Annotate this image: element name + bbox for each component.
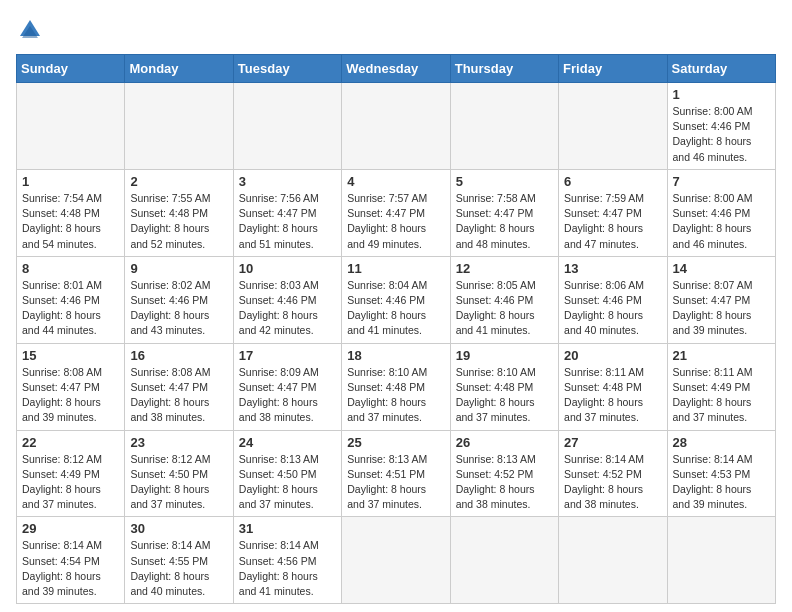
day-info: Sunrise: 7:59 AM Sunset: 4:47 PM Dayligh… bbox=[564, 191, 661, 252]
day-info: Sunrise: 8:11 AM Sunset: 4:49 PM Dayligh… bbox=[673, 365, 770, 426]
day-number: 4 bbox=[347, 174, 444, 189]
day-info: Sunrise: 8:13 AM Sunset: 4:52 PM Dayligh… bbox=[456, 452, 553, 513]
calendar-cell bbox=[559, 83, 667, 170]
day-info: Sunrise: 8:13 AM Sunset: 4:51 PM Dayligh… bbox=[347, 452, 444, 513]
calendar-cell: 31 Sunrise: 8:14 AM Sunset: 4:56 PM Dayl… bbox=[233, 517, 341, 604]
day-info: Sunrise: 8:08 AM Sunset: 4:47 PM Dayligh… bbox=[130, 365, 227, 426]
calendar-cell bbox=[233, 83, 341, 170]
day-number: 2 bbox=[130, 174, 227, 189]
day-info: Sunrise: 7:58 AM Sunset: 4:47 PM Dayligh… bbox=[456, 191, 553, 252]
day-number: 9 bbox=[130, 261, 227, 276]
logo bbox=[16, 16, 48, 44]
day-number: 29 bbox=[22, 521, 119, 536]
day-number: 28 bbox=[673, 435, 770, 450]
weekday-header-sunday: Sunday bbox=[17, 55, 125, 83]
calendar-cell: 10 Sunrise: 8:03 AM Sunset: 4:46 PM Dayl… bbox=[233, 256, 341, 343]
day-info: Sunrise: 8:02 AM Sunset: 4:46 PM Dayligh… bbox=[130, 278, 227, 339]
day-info: Sunrise: 8:00 AM Sunset: 4:46 PM Dayligh… bbox=[673, 191, 770, 252]
weekday-header-friday: Friday bbox=[559, 55, 667, 83]
day-info: Sunrise: 8:12 AM Sunset: 4:50 PM Dayligh… bbox=[130, 452, 227, 513]
calendar-cell: 30 Sunrise: 8:14 AM Sunset: 4:55 PM Dayl… bbox=[125, 517, 233, 604]
day-number: 13 bbox=[564, 261, 661, 276]
day-info: Sunrise: 8:14 AM Sunset: 4:52 PM Dayligh… bbox=[564, 452, 661, 513]
day-info: Sunrise: 8:01 AM Sunset: 4:46 PM Dayligh… bbox=[22, 278, 119, 339]
day-number: 25 bbox=[347, 435, 444, 450]
day-number: 11 bbox=[347, 261, 444, 276]
logo-icon bbox=[16, 16, 44, 44]
day-number: 30 bbox=[130, 521, 227, 536]
day-info: Sunrise: 8:10 AM Sunset: 4:48 PM Dayligh… bbox=[456, 365, 553, 426]
day-info: Sunrise: 8:11 AM Sunset: 4:48 PM Dayligh… bbox=[564, 365, 661, 426]
calendar-week-2: 1 Sunrise: 7:54 AM Sunset: 4:48 PM Dayli… bbox=[17, 169, 776, 256]
day-number: 10 bbox=[239, 261, 336, 276]
weekday-header-tuesday: Tuesday bbox=[233, 55, 341, 83]
calendar-week-6: 29 Sunrise: 8:14 AM Sunset: 4:54 PM Dayl… bbox=[17, 517, 776, 604]
calendar-week-5: 22 Sunrise: 8:12 AM Sunset: 4:49 PM Dayl… bbox=[17, 430, 776, 517]
calendar-cell: 21 Sunrise: 8:11 AM Sunset: 4:49 PM Dayl… bbox=[667, 343, 775, 430]
calendar-cell: 1 Sunrise: 8:00 AM Sunset: 4:46 PM Dayli… bbox=[667, 83, 775, 170]
calendar-cell bbox=[559, 517, 667, 604]
calendar-cell: 15 Sunrise: 8:08 AM Sunset: 4:47 PM Dayl… bbox=[17, 343, 125, 430]
day-number: 5 bbox=[456, 174, 553, 189]
calendar-cell: 9 Sunrise: 8:02 AM Sunset: 4:46 PM Dayli… bbox=[125, 256, 233, 343]
day-number: 17 bbox=[239, 348, 336, 363]
calendar-cell: 11 Sunrise: 8:04 AM Sunset: 4:46 PM Dayl… bbox=[342, 256, 450, 343]
weekday-header-row: SundayMondayTuesdayWednesdayThursdayFrid… bbox=[17, 55, 776, 83]
day-number: 23 bbox=[130, 435, 227, 450]
day-info: Sunrise: 8:10 AM Sunset: 4:48 PM Dayligh… bbox=[347, 365, 444, 426]
calendar-week-1: 1 Sunrise: 8:00 AM Sunset: 4:46 PM Dayli… bbox=[17, 83, 776, 170]
calendar-cell: 5 Sunrise: 7:58 AM Sunset: 4:47 PM Dayli… bbox=[450, 169, 558, 256]
day-info: Sunrise: 8:09 AM Sunset: 4:47 PM Dayligh… bbox=[239, 365, 336, 426]
calendar-cell bbox=[450, 517, 558, 604]
calendar-cell: 23 Sunrise: 8:12 AM Sunset: 4:50 PM Dayl… bbox=[125, 430, 233, 517]
calendar-cell: 20 Sunrise: 8:11 AM Sunset: 4:48 PM Dayl… bbox=[559, 343, 667, 430]
day-info: Sunrise: 8:05 AM Sunset: 4:46 PM Dayligh… bbox=[456, 278, 553, 339]
day-info: Sunrise: 7:57 AM Sunset: 4:47 PM Dayligh… bbox=[347, 191, 444, 252]
calendar-cell: 28 Sunrise: 8:14 AM Sunset: 4:53 PM Dayl… bbox=[667, 430, 775, 517]
day-number: 27 bbox=[564, 435, 661, 450]
calendar-cell: 16 Sunrise: 8:08 AM Sunset: 4:47 PM Dayl… bbox=[125, 343, 233, 430]
day-info: Sunrise: 8:12 AM Sunset: 4:49 PM Dayligh… bbox=[22, 452, 119, 513]
day-info: Sunrise: 8:04 AM Sunset: 4:46 PM Dayligh… bbox=[347, 278, 444, 339]
calendar-cell: 17 Sunrise: 8:09 AM Sunset: 4:47 PM Dayl… bbox=[233, 343, 341, 430]
calendar-cell: 3 Sunrise: 7:56 AM Sunset: 4:47 PM Dayli… bbox=[233, 169, 341, 256]
calendar-cell: 4 Sunrise: 7:57 AM Sunset: 4:47 PM Dayli… bbox=[342, 169, 450, 256]
weekday-header-saturday: Saturday bbox=[667, 55, 775, 83]
calendar-cell bbox=[342, 517, 450, 604]
day-info: Sunrise: 8:03 AM Sunset: 4:46 PM Dayligh… bbox=[239, 278, 336, 339]
day-number: 19 bbox=[456, 348, 553, 363]
calendar-week-3: 8 Sunrise: 8:01 AM Sunset: 4:46 PM Dayli… bbox=[17, 256, 776, 343]
calendar-cell: 6 Sunrise: 7:59 AM Sunset: 4:47 PM Dayli… bbox=[559, 169, 667, 256]
calendar-cell: 14 Sunrise: 8:07 AM Sunset: 4:47 PM Dayl… bbox=[667, 256, 775, 343]
day-number: 26 bbox=[456, 435, 553, 450]
day-number: 1 bbox=[22, 174, 119, 189]
day-number: 12 bbox=[456, 261, 553, 276]
day-info: Sunrise: 7:56 AM Sunset: 4:47 PM Dayligh… bbox=[239, 191, 336, 252]
day-number: 16 bbox=[130, 348, 227, 363]
calendar: SundayMondayTuesdayWednesdayThursdayFrid… bbox=[16, 54, 776, 604]
day-info: Sunrise: 8:14 AM Sunset: 4:54 PM Dayligh… bbox=[22, 538, 119, 599]
calendar-cell: 2 Sunrise: 7:55 AM Sunset: 4:48 PM Dayli… bbox=[125, 169, 233, 256]
day-info: Sunrise: 8:08 AM Sunset: 4:47 PM Dayligh… bbox=[22, 365, 119, 426]
day-info: Sunrise: 8:14 AM Sunset: 4:53 PM Dayligh… bbox=[673, 452, 770, 513]
day-number: 3 bbox=[239, 174, 336, 189]
day-info: Sunrise: 7:54 AM Sunset: 4:48 PM Dayligh… bbox=[22, 191, 119, 252]
header bbox=[16, 16, 776, 44]
calendar-cell: 19 Sunrise: 8:10 AM Sunset: 4:48 PM Dayl… bbox=[450, 343, 558, 430]
day-info: Sunrise: 7:55 AM Sunset: 4:48 PM Dayligh… bbox=[130, 191, 227, 252]
calendar-cell bbox=[17, 83, 125, 170]
weekday-header-monday: Monday bbox=[125, 55, 233, 83]
day-number: 18 bbox=[347, 348, 444, 363]
day-info: Sunrise: 8:14 AM Sunset: 4:56 PM Dayligh… bbox=[239, 538, 336, 599]
day-info: Sunrise: 8:06 AM Sunset: 4:46 PM Dayligh… bbox=[564, 278, 661, 339]
calendar-cell: 12 Sunrise: 8:05 AM Sunset: 4:46 PM Dayl… bbox=[450, 256, 558, 343]
day-info: Sunrise: 8:00 AM Sunset: 4:46 PM Dayligh… bbox=[673, 104, 770, 165]
day-number: 8 bbox=[22, 261, 119, 276]
weekday-header-wednesday: Wednesday bbox=[342, 55, 450, 83]
day-number: 1 bbox=[673, 87, 770, 102]
calendar-cell: 29 Sunrise: 8:14 AM Sunset: 4:54 PM Dayl… bbox=[17, 517, 125, 604]
calendar-cell: 25 Sunrise: 8:13 AM Sunset: 4:51 PM Dayl… bbox=[342, 430, 450, 517]
day-info: Sunrise: 8:13 AM Sunset: 4:50 PM Dayligh… bbox=[239, 452, 336, 513]
day-number: 15 bbox=[22, 348, 119, 363]
calendar-cell: 13 Sunrise: 8:06 AM Sunset: 4:46 PM Dayl… bbox=[559, 256, 667, 343]
